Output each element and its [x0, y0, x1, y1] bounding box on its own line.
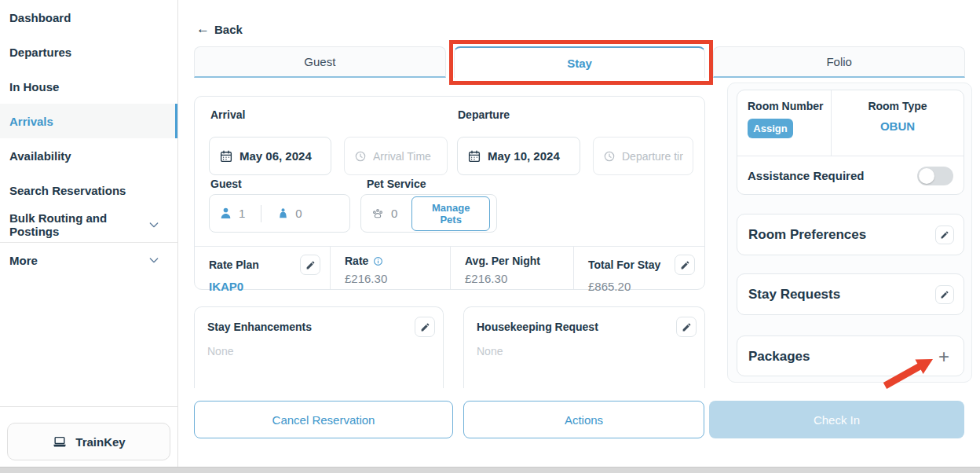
trainkey-label: TrainKey	[75, 435, 125, 449]
edit-stay-requests-button[interactable]	[935, 285, 954, 304]
tab-bar: Guest Stay Folio	[194, 46, 965, 78]
housekeeping-request-value: None	[477, 345, 697, 358]
sidebar-item-availability[interactable]: Availability	[0, 138, 177, 173]
manage-pets-button[interactable]: Manage Pets	[411, 196, 490, 231]
departure-date-value: May 10, 2024	[488, 149, 560, 163]
sidebar-item-label: Dashboard	[9, 11, 71, 24]
rate-label: Rate	[345, 255, 368, 267]
cancel-reservation-button[interactable]: Cancel Reservation	[194, 401, 453, 438]
tab-folio[interactable]: Folio	[713, 46, 965, 78]
sidebar-item-arrivals[interactable]: Arrivals	[0, 104, 177, 138]
rate-strip: Rate Plan IKAP0 Rate £216.30 Avg. Per Ni…	[195, 247, 704, 289]
avg-per-night-cell: Avg. Per Night £216.30	[450, 247, 573, 289]
edit-room-preferences-button[interactable]	[935, 226, 954, 244]
departure-date-field[interactable]: May 10, 2024	[457, 137, 580, 175]
chevron-down-icon	[148, 254, 160, 266]
room-type-label: Room Type	[832, 100, 964, 112]
pet-count: 0	[391, 207, 397, 220]
adult-icon	[219, 207, 232, 220]
guest-label: Guest	[210, 178, 242, 190]
arrival-date-field[interactable]: May 06, 2024	[209, 137, 331, 175]
room-type-value[interactable]: OBUN	[832, 119, 964, 133]
guest-count-field[interactable]: 1 0	[209, 194, 350, 233]
avg-per-night-value: £216.30	[465, 272, 564, 285]
edit-housekeeping-button[interactable]	[676, 317, 697, 337]
chevron-down-icon	[148, 218, 160, 231]
sidebar-item-label: Search Reservations	[9, 184, 126, 197]
divider	[261, 205, 261, 222]
avg-per-night-label: Avg. Per Night	[465, 255, 540, 267]
sidebar-item-label: In House	[9, 80, 59, 94]
sidebar-item-label: More	[9, 254, 38, 267]
edit-total-button[interactable]	[675, 255, 695, 275]
trainkey-button[interactable]: TrainKey	[7, 423, 170, 460]
window-bottom-edge	[0, 467, 980, 473]
total-for-stay-label: Total For Stay	[588, 258, 660, 271]
actions-button[interactable]: Actions	[463, 401, 704, 438]
room-preferences-title: Room Preferences	[748, 227, 866, 243]
stay-enhancements-card: Stay Enhancements None	[194, 306, 444, 388]
assistance-required-label: Assistance Required	[748, 169, 864, 182]
clock-icon	[354, 150, 367, 163]
toggle-knob	[919, 168, 934, 184]
back-link[interactable]: ← Back	[196, 21, 243, 37]
sidebar-item-label: Arrivals	[9, 115, 53, 128]
sidebar-item-label: Bulk Routing and Postings	[9, 211, 148, 238]
stay-enhancements-title: Stay Enhancements	[207, 317, 312, 333]
back-arrow-icon: ←	[196, 21, 210, 37]
housekeeping-request-card: Housekeeping Request None	[463, 306, 705, 388]
rate-plan-cell: Rate Plan IKAP0	[195, 247, 330, 289]
sidebar-item-dashboard[interactable]: Dashboard	[0, 0, 177, 35]
room-number-label: Room Number	[748, 100, 831, 112]
stay-details-card: Arrival May 06, 2024 Arrival Time Depart…	[194, 96, 705, 290]
arrival-time-field[interactable]: Arrival Time	[344, 137, 448, 175]
housekeeping-request-title: Housekeeping Request	[477, 317, 598, 333]
calendar-icon	[467, 149, 481, 163]
info-icon	[373, 256, 383, 266]
assign-room-button[interactable]: Assign	[748, 119, 793, 138]
tab-stay[interactable]: Stay	[454, 46, 706, 78]
sidebar-item-label: Availability	[9, 149, 71, 163]
rate-plan-value[interactable]: IKAP0	[209, 280, 320, 293]
paw-icon	[371, 207, 385, 221]
arrival-time-placeholder: Arrival Time	[373, 150, 431, 163]
room-preferences-card: Room Preferences	[737, 214, 964, 255]
sidebar: Dashboard Departures In House Arrivals A…	[0, 0, 178, 473]
stay-requests-card: Stay Requests	[737, 273, 964, 315]
add-package-button[interactable]: +	[934, 347, 954, 366]
adult-count: 1	[239, 207, 245, 220]
arrival-label: Arrival	[210, 108, 245, 121]
tab-label: Guest	[304, 55, 335, 68]
tab-guest[interactable]: Guest	[194, 46, 446, 78]
sidebar-item-in-house[interactable]: In House	[0, 69, 177, 104]
room-panel: Room Number Assign Room Type OBUN Assist…	[727, 82, 972, 383]
packages-card: Packages +	[737, 336, 964, 376]
sidebar-footer: TrainKey	[0, 406, 177, 468]
departure-time-field[interactable]: Departure tim	[593, 137, 693, 175]
check-in-button[interactable]: Check In	[709, 401, 964, 438]
rate-plan-label: Rate Plan	[209, 258, 259, 271]
clock-icon	[603, 150, 616, 163]
sidebar-item-bulk-routing[interactable]: Bulk Routing and Postings	[0, 207, 177, 242]
edit-rate-plan-button[interactable]	[300, 255, 320, 275]
sidebar-item-search-reservations[interactable]: Search Reservations	[0, 173, 177, 207]
laptop-icon	[52, 434, 68, 449]
sidebar-item-departures[interactable]: Departures	[0, 35, 177, 69]
calendar-icon	[219, 149, 233, 163]
tab-label: Stay	[567, 57, 592, 70]
departure-time-placeholder: Departure tim	[622, 150, 683, 163]
room-card: Room Number Assign Room Type OBUN Assist…	[737, 90, 964, 195]
sidebar-item-more[interactable]: More	[0, 243, 177, 277]
reservation-detail-screen: Dashboard Departures In House Arrivals A…	[0, 0, 980, 473]
stay-requests-title: Stay Requests	[748, 287, 840, 302]
pet-service-field[interactable]: 0 Manage Pets	[360, 194, 497, 233]
departure-label: Departure	[458, 108, 510, 121]
assistance-required-toggle[interactable]	[917, 167, 953, 185]
child-count: 0	[295, 207, 302, 220]
edit-stay-enhancements-button[interactable]	[415, 317, 435, 337]
total-for-stay-cell: Total For Stay £865.20	[573, 247, 704, 289]
rate-value: £216.30	[345, 272, 441, 285]
tab-label: Folio	[826, 55, 852, 68]
stay-enhancements-value: None	[207, 345, 435, 358]
pet-service-label: Pet Service	[367, 178, 426, 190]
